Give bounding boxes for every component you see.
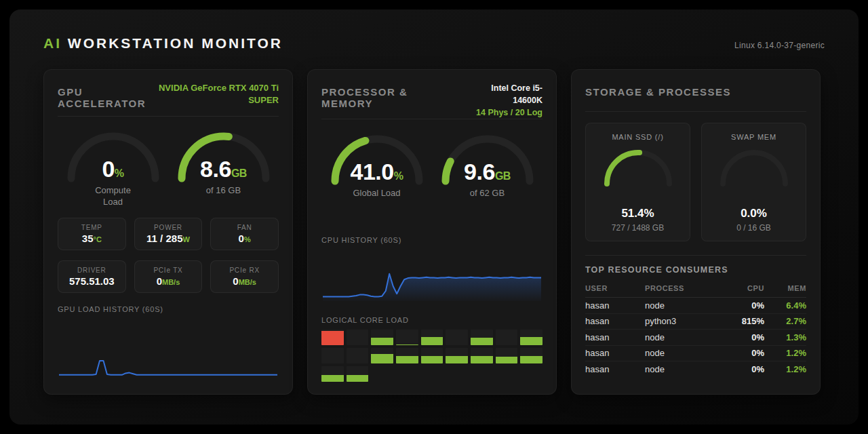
process-table-section: TOP RESOURCE CONSUMERS USER PROCESS CPU … [585, 255, 806, 378]
stat-pcie-rx: PCIe RX 0MB/s [210, 260, 279, 293]
cpu-card-header: PROCESSOR & MEMORY Intel Core i5-14600K … [321, 82, 542, 119]
drive-percent: 0.0% [741, 207, 767, 220]
gpu-device-name: NVIDIA GeForce RTX 4070 Ti SUPER [157, 82, 279, 106]
os-version-text: Linux 6.14.0-37-generic [734, 41, 825, 50]
gauge-label: Global Load [321, 188, 432, 199]
core-load-cell [471, 330, 493, 345]
gauge-arc [717, 146, 791, 187]
stat-pcie-tx: PCIe TX 0MB/s [134, 260, 203, 293]
drive-label: SWAP MEM [731, 133, 776, 141]
core-load-cell [371, 330, 393, 345]
core-load-cell [446, 348, 468, 363]
gauge-label: Compute Load [58, 185, 168, 208]
core-load-cell [520, 348, 542, 363]
ram-gauge: 9.6GB of 62 GB [432, 130, 542, 199]
table-row: hasanpython3 815%2.7% [585, 314, 806, 330]
cpu-load-gauge: 41.0% Global Load [321, 130, 432, 199]
gauge-label: of 16 GB [168, 185, 279, 197]
core-load-cell [496, 348, 518, 363]
core-load-cell [471, 348, 493, 363]
drive-gauges: MAIN SSD (/) 51.4% 727 / 1488 GB SWAP ME… [585, 123, 806, 241]
core-load-cell [396, 330, 418, 345]
gpu-history-label: GPU LOAD HISTORY (60S) [58, 305, 279, 313]
process-table-title: TOP RESOURCE CONSUMERS [585, 265, 806, 275]
core-load-cell [446, 330, 468, 345]
drive-detail: 727 / 1488 GB [612, 223, 664, 233]
table-row: hasannode 0%1.3% [585, 330, 806, 346]
table-row: hasannode 0%1.2% [585, 346, 806, 362]
gauge-value: 0% [58, 156, 168, 182]
cards-row: GPU ACCELERATOR NVIDIA GeForce RTX 4070 … [43, 69, 825, 395]
table-row: hasannode 0%1.2% [585, 361, 806, 378]
gpu-gauges: 0% Compute Load 8.6GB of 16 GB [58, 127, 279, 208]
drive-label: MAIN SSD (/) [612, 133, 663, 141]
stat-fan: FAN 0% [210, 218, 279, 250]
process-table-header: USER PROCESS CPU MEM [585, 281, 806, 298]
top-bar: AI WORKSTATION MONITOR Linux 6.14.0-37-g… [43, 35, 825, 52]
col-mem: MEM [764, 284, 806, 292]
cpu-card-title: PROCESSOR & MEMORY [321, 82, 462, 109]
main-ssd-gauge: MAIN SSD (/) 51.4% 727 / 1488 GB [585, 123, 690, 241]
storage-card-header: STORAGE & PROCESSES [585, 82, 806, 112]
cpu-topology: 14 Phys / 20 Log [462, 106, 542, 119]
cpu-device-name: Intel Core i5-14600K 14 Phys / 20 Log [462, 82, 542, 119]
logical-core-grid [321, 330, 542, 382]
core-load-cell [347, 330, 369, 345]
cpu-gauges: 41.0% Global Load 9.6GB of 62 GB [321, 130, 542, 199]
core-load-cell [496, 330, 518, 345]
cpu-history-chart [321, 250, 542, 305]
gpu-history-line-chart [58, 319, 279, 379]
core-load-cell [321, 330, 344, 345]
table-row: hasannode 0%6.4% [585, 298, 806, 314]
app-surface: AI WORKSTATION MONITOR Linux 6.14.0-37-g… [9, 9, 859, 425]
core-load-cell [321, 366, 344, 382]
gpu-card-header: GPU ACCELERATOR NVIDIA GeForce RTX 4070 … [58, 82, 279, 117]
core-load-label: LOGICAL CORE LOAD [321, 316, 542, 324]
storage-card: STORAGE & PROCESSES MAIN SSD (/) 51.4% 7… [571, 69, 821, 395]
gauge-label: of 62 GB [432, 188, 542, 199]
stat-power: POWER 11 / 285W [134, 218, 203, 250]
core-load-cell [347, 348, 369, 363]
gpu-card-title: GPU ACCELERATOR [58, 82, 157, 109]
storage-card-title: STORAGE & PROCESSES [585, 82, 731, 98]
stat-driver: DRIVER 575.51.03 [58, 260, 126, 293]
gauge-value: 8.6GB [168, 156, 279, 182]
stat-temp: TEMP 35°C [58, 218, 126, 250]
swap-mem-gauge: SWAP MEM 0.0% 0 / 16 GB [701, 123, 806, 241]
col-cpu: CPU [714, 284, 764, 292]
cpu-card: PROCESSOR & MEMORY Intel Core i5-14600K … [307, 69, 557, 395]
core-load-cell [321, 348, 344, 363]
core-load-cell [421, 330, 443, 345]
col-user: USER [585, 284, 645, 292]
page-title: AI WORKSTATION MONITOR [43, 35, 283, 52]
gpu-vram-gauge: 8.6GB of 16 GB [168, 127, 279, 208]
core-load-cell [371, 348, 393, 363]
cpu-history-line-chart [321, 250, 542, 302]
col-process: PROCESS [645, 284, 714, 292]
core-load-cell [347, 366, 369, 382]
core-load-cell [421, 348, 443, 363]
gauge-arc [601, 146, 675, 187]
page-title-accent: AI [43, 35, 62, 51]
drive-percent: 51.4% [621, 207, 654, 220]
gauge-value: 41.0% [321, 159, 432, 185]
gpu-history-chart [58, 319, 279, 382]
drive-detail: 0 / 16 GB [736, 223, 771, 233]
gpu-compute-gauge: 0% Compute Load [58, 127, 168, 208]
page-title-rest: WORKSTATION MONITOR [62, 35, 283, 51]
gpu-stat-grid: TEMP 35°C POWER 11 / 285W FAN 0% DRIVER … [58, 218, 279, 293]
cpu-history-label: CPU HISTORY (60S) [321, 236, 542, 244]
core-load-cell [520, 330, 542, 345]
gpu-card: GPU ACCELERATOR NVIDIA GeForce RTX 4070 … [43, 69, 293, 395]
core-load-cell [396, 348, 418, 363]
gauge-value: 9.6GB [432, 159, 542, 185]
